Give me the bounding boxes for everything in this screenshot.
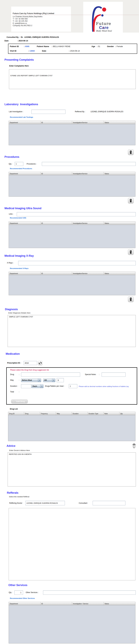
patient-age-group: Age : 51	[92, 45, 100, 48]
column-header-id: ID	[40, 172, 72, 175]
refresh-prescription-id-button[interactable]	[38, 361, 42, 365]
column-header-id: ID	[40, 121, 72, 124]
section-title-laboratory: Laboratory Investigations	[4, 103, 38, 106]
prescription-id-label: Prescription ID :	[7, 362, 21, 364]
visit-id-value: 13650	[30, 50, 35, 52]
lab-table-header: Department ID Investigation/Service Stat…	[9, 121, 135, 124]
column-header-department: Department	[9, 602, 40, 605]
column-header-id: ID	[40, 222, 72, 225]
column-header-status: Status	[104, 272, 136, 275]
frequency-qty-input[interactable]	[57, 378, 64, 382]
column-header-qty: Qty	[120, 412, 135, 415]
age-label: Age	[92, 45, 97, 48]
patient-info-box: Patient ID : 6595 Patient Name : BELLA M…	[8, 44, 137, 54]
other-services-table-body	[9, 605, 135, 643]
lab-table-body	[9, 124, 135, 145]
way-meal-selected-value: Before Meal	[21, 379, 38, 382]
gender-value: Female	[116, 46, 123, 48]
column-header-investigation: Investigation/Service	[72, 172, 104, 175]
xrays-label: X-Rays :	[7, 262, 14, 264]
company-address-line: Le Chainter,Victoria,Mahe,Seychelles	[13, 16, 42, 18]
recommended-other-services-label: Recommended Other Services	[10, 598, 35, 599]
trash-outline-icon	[132, 444, 136, 448]
visit-id-label: Visit ID	[10, 50, 28, 52]
diagnosis-label: Enter Diagnosis Details Here	[8, 312, 30, 314]
procedures-qty-input[interactable]	[15, 162, 23, 166]
trash-icon	[129, 199, 132, 202]
patient-id-group: Patient ID : 6595	[10, 45, 29, 48]
procedures-qty-label: Qty :	[9, 163, 12, 165]
company-number: Company No.8417652-2	[13, 24, 32, 27]
logo-word-care: Care	[95, 26, 113, 30]
column-header-investigation: Investigation / Service	[72, 602, 104, 605]
lab-investigation-input[interactable]	[32, 110, 66, 114]
duration-unit-select[interactable]: Day/s ▼	[32, 384, 44, 388]
uss-input[interactable]	[17, 212, 136, 216]
diagnosis-textarea[interactable]: SIMPLE LEFT OVARIAN CYST	[8, 315, 136, 347]
other-services-qty-label: Qty :	[9, 592, 12, 594]
company-phone-2: T: +24 84 225 252	[13, 20, 28, 22]
trash-icon	[129, 297, 132, 301]
frequency-select[interactable]: OD ▼	[43, 378, 55, 382]
recommended-lab-testings-label: Recommended Lab Testings	[10, 116, 33, 118]
section-title-referrals: Refferals	[7, 491, 18, 494]
consulted-by-value: Dr. LEONEL ENRIQUE GUERRA ROSALES	[21, 36, 59, 38]
per-meal-input[interactable]	[69, 384, 77, 388]
drug-list-table: Drug ID Drug Fequency Way Duration Durat…	[8, 412, 136, 441]
procedures-input[interactable]	[42, 162, 136, 166]
company-email: E: jude@future.sc	[13, 22, 27, 25]
section-title-diagnosis: Diagnosis	[5, 308, 18, 311]
frequency-selected-value: OD	[43, 379, 52, 382]
xrays-input[interactable]	[18, 261, 136, 265]
drug-input[interactable]	[21, 372, 80, 377]
duration-input[interactable]	[21, 384, 31, 388]
column-header-department: Department	[9, 121, 40, 124]
trash-icon	[129, 250, 132, 254]
consultant-label: Consultant	[79, 502, 87, 504]
consulted-by-label: Consulted By :	[6, 36, 20, 38]
referring-doctor-input[interactable]	[26, 501, 65, 505]
uss-table-header: Department ID Investigation/Service Stat…	[9, 222, 135, 225]
advice-textarea[interactable]: REPETED USS IN 6 MONTH	[8, 452, 136, 486]
column-header-status: Status	[104, 172, 136, 175]
other-services-input[interactable]	[43, 590, 136, 595]
other-services-qty-input[interactable]	[14, 590, 23, 595]
logo-tagline: Body Mind Soul	[92, 30, 116, 32]
clear-xray-table-button[interactable]	[128, 296, 134, 302]
per-meal-label: Drugs/Tablets per meal :	[45, 385, 64, 387]
clear-procedures-table-button[interactable]	[128, 198, 134, 204]
prescription-id-input[interactable]	[24, 361, 37, 365]
uss-table-body	[9, 225, 135, 248]
consult-date-value: : 2024-06-14	[17, 40, 28, 42]
visit-date-value: 2024-06-14	[70, 50, 80, 52]
way-meal-select[interactable]: Before Meal ▼	[21, 378, 41, 382]
add-drug-button[interactable]: + Add Drug	[11, 400, 28, 404]
column-header-investigation: Investigation/Service	[72, 222, 104, 225]
column-header-frequency: Fequency	[40, 412, 56, 415]
other-services-table-header: Department ID Investigation / Service St…	[9, 602, 135, 605]
consultation-form-page: Future Care by Future Holdings (Pty) Lim…	[0, 0, 139, 644]
clear-advice-button[interactable]	[132, 443, 136, 448]
patient-name-value: BELLA MAGY RENE	[53, 46, 70, 48]
chevron-down-icon: ▼	[38, 379, 41, 382]
section-title-medication: Medication	[6, 352, 20, 356]
logo-word-future: Future	[93, 21, 114, 26]
recommended-uss-label: Recommended USS	[10, 217, 26, 219]
column-header-id: ID	[40, 602, 72, 605]
consultant-input[interactable]	[93, 501, 126, 505]
other-services-table: Department ID Investigation / Service St…	[9, 602, 136, 644]
complaints-textarea[interactable]: GYNAE USS REPORT SIMPLE LEFT OVARIAN CYS…	[9, 69, 136, 89]
drug-list-label: Drug List	[10, 408, 18, 410]
patient-name-label: Patient Name	[37, 45, 52, 48]
referred-by-label: Reffered By :	[75, 110, 85, 113]
clear-lab-table-button[interactable]	[128, 150, 134, 155]
logo-red-dot	[102, 8, 106, 12]
recommended-xrays-label: Recommended X-Rays	[10, 268, 28, 269]
section-title-advice: Advice	[6, 444, 16, 448]
clear-uss-table-button[interactable]	[128, 249, 134, 255]
referral-list-box	[9, 508, 136, 580]
referring-doctor-label: Reffering Doctor	[9, 502, 22, 504]
add-drug-label: Add Drug	[16, 400, 25, 402]
special-notes-input[interactable]	[102, 372, 126, 377]
procedures-table: Department ID Investigation/Service Stat…	[9, 172, 136, 197]
